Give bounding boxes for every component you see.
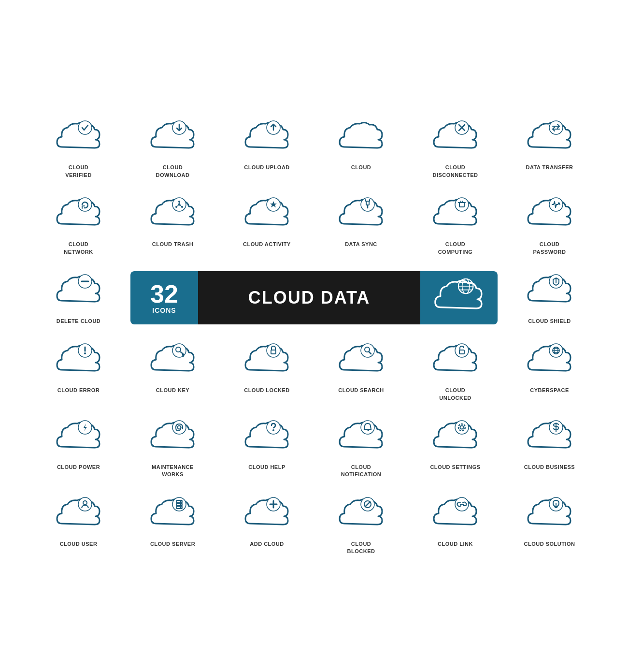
icon-label-cloud-business: CLOUD BUSINESS bbox=[524, 464, 575, 471]
icon-label-line: CLOUD bbox=[351, 541, 371, 547]
banner-icons-label: ICONS bbox=[152, 307, 176, 314]
icon-svg-wrapper bbox=[332, 117, 390, 160]
icon-svg-wrapper bbox=[521, 339, 579, 383]
icon-label-line: CLOUD bbox=[445, 387, 466, 393]
icon-label-line: VERIFIED bbox=[65, 172, 92, 178]
icon-grid: CLOUDVERIFIED CLOUDDOWNLOAD CLOUD UPLOAD… bbox=[34, 112, 594, 560]
icon-svg-wrapper bbox=[50, 270, 108, 314]
icon-svg-wrapper bbox=[521, 193, 579, 237]
icon-cell-cloud-password: CLOUDPASSWORD bbox=[505, 189, 594, 261]
icon-cell-cloud-settings: CLOUD SETTINGS bbox=[411, 411, 500, 483]
icon-svg-wrapper bbox=[50, 493, 108, 537]
svg-point-0 bbox=[78, 121, 92, 134]
icon-cell-cloud-link: CLOUD LINK bbox=[411, 488, 500, 560]
banner-title-text: CLOUD DATA bbox=[248, 288, 371, 308]
icon-svg-wrapper bbox=[50, 193, 108, 237]
icon-label-line: CLOUD BUSINESS bbox=[524, 464, 575, 470]
banner-count: 32 bbox=[150, 281, 178, 307]
svg-point-70 bbox=[361, 421, 374, 434]
icon-label-line: UNLOCKED bbox=[439, 395, 471, 401]
icon-cell-cloud-shield: CLOUD SHIELD bbox=[505, 265, 594, 330]
icon-cell-cloud-solution: CLOUD SOLUTION bbox=[505, 488, 594, 560]
icon-label-line: DOWNLOAD bbox=[156, 172, 190, 178]
icon-label-cloud-user: CLOUD USER bbox=[60, 541, 98, 548]
icon-cell-cloud-unlocked: CLOUDUNLOCKED bbox=[411, 335, 500, 407]
icon-label-line: CLOUD bbox=[540, 241, 560, 247]
icon-label-cloud-password: CLOUDPASSWORD bbox=[533, 241, 566, 256]
icon-label-cloud-shield: CLOUD SHIELD bbox=[528, 318, 571, 325]
icon-cell-cloud-trash: CLOUD TRASH bbox=[128, 189, 217, 261]
svg-point-53 bbox=[361, 344, 374, 357]
icon-label-maintenance-works: MAINTENANCEWORKS bbox=[152, 464, 194, 479]
icon-cell-add-cloud: ADD CLOUD bbox=[222, 488, 312, 560]
icon-label-line: CLOUD KEY bbox=[156, 387, 189, 393]
icon-label-line: CLOUD POWER bbox=[57, 464, 100, 470]
main-container: CLOUDVERIFIED CLOUDDOWNLOAD CLOUD UPLOAD… bbox=[24, 92, 604, 579]
icon-label-cloud-help: CLOUD HELP bbox=[248, 464, 285, 471]
icon-cell-cloud-help: CLOUD HELP bbox=[222, 411, 312, 483]
svg-point-72 bbox=[455, 421, 469, 434]
icon-label-line: CLOUD bbox=[445, 164, 466, 170]
icon-label-line: PASSWORD bbox=[533, 249, 566, 255]
icon-label-cloud-power: CLOUD POWER bbox=[57, 464, 100, 471]
icon-label-line: NETWORK bbox=[64, 249, 93, 255]
icon-svg-wrapper bbox=[238, 193, 296, 237]
icon-label-line: CLOUD bbox=[69, 241, 89, 247]
svg-point-83 bbox=[180, 501, 181, 502]
banner-cloud-globe bbox=[420, 271, 498, 324]
icon-label-line: CLOUD LOCKED bbox=[244, 387, 290, 393]
svg-point-8 bbox=[549, 121, 563, 134]
icon-svg-wrapper bbox=[50, 117, 108, 160]
icon-label-line: CLOUD ERROR bbox=[57, 387, 100, 393]
icon-svg-wrapper bbox=[427, 493, 485, 537]
icon-label-line: CLOUD SHIELD bbox=[528, 318, 571, 324]
icon-label-cloud-verified: CLOUDVERIFIED bbox=[65, 164, 92, 179]
icon-label-cloud-blocked: CLOUDBLOCKED bbox=[347, 541, 375, 555]
icon-cell-cloud-upload: CLOUD UPLOAD bbox=[222, 112, 312, 184]
icon-label-delete-cloud: DELETE CLOUD bbox=[57, 318, 101, 325]
icon-label-line: CLOUD SOLUTION bbox=[524, 541, 575, 547]
icon-cell-cloud-search: CLOUD SEARCH bbox=[316, 335, 406, 407]
icon-cell-cloud-locked: CLOUD LOCKED bbox=[222, 335, 312, 407]
icon-cell-delete-cloud: DELETE CLOUD bbox=[34, 265, 123, 330]
icon-label-line: CLOUD SERVER bbox=[150, 541, 195, 547]
icon-label-data-transfer: DATA TRANSFER bbox=[526, 164, 573, 171]
icon-label-cloud-solution: CLOUD SOLUTION bbox=[524, 541, 575, 548]
icon-cell-data-sync: DATA SYNC bbox=[316, 189, 406, 261]
banner-section: 32 ICONS CLOUD DATA bbox=[128, 265, 500, 330]
icon-label-cloud-download: CLOUDDOWNLOAD bbox=[156, 164, 190, 179]
icon-label-line: CYBERSPACE bbox=[530, 387, 569, 393]
banner-number-section: 32 ICONS bbox=[130, 271, 198, 324]
icon-label-line: CLOUD bbox=[163, 164, 183, 170]
icon-label-line: MAINTENANCE bbox=[152, 464, 194, 470]
icon-cell-cloud-error: CLOUD ERROR bbox=[34, 335, 123, 407]
icon-label-cloud-settings: CLOUD SETTINGS bbox=[430, 464, 480, 471]
icon-cell-cloud-download: CLOUDDOWNLOAD bbox=[128, 112, 217, 184]
icon-label-data-sync: DATA SYNC bbox=[345, 241, 377, 248]
icon-svg-wrapper bbox=[521, 416, 579, 460]
icon-svg-wrapper bbox=[144, 339, 202, 383]
icon-svg-wrapper bbox=[521, 493, 579, 537]
icon-cell-cloud-user: CLOUD USER bbox=[34, 488, 123, 560]
icon-cell-cloud-key: CLOUD KEY bbox=[128, 335, 217, 407]
icon-label-line: CLOUD ACTIVITY bbox=[243, 241, 291, 247]
icon-cell-cloud-blocked: CLOUDBLOCKED bbox=[316, 488, 406, 560]
icon-label-line: CLOUD bbox=[351, 164, 371, 170]
icon-label-line: DATA TRANSFER bbox=[526, 164, 573, 170]
icon-label-cloud-computing: CLOUDCOMPUTING bbox=[438, 241, 473, 256]
icon-label-cloud: CLOUD bbox=[351, 164, 371, 171]
icon-label-cloud-server: CLOUD SERVER bbox=[150, 541, 195, 548]
icon-label-line: DATA SYNC bbox=[345, 241, 377, 247]
svg-point-45 bbox=[84, 352, 86, 354]
icon-label-line: DELETE CLOUD bbox=[57, 318, 101, 324]
icon-svg-wrapper bbox=[427, 416, 485, 460]
icon-svg-wrapper bbox=[144, 493, 202, 537]
icon-cell-cloud-verified: CLOUDVERIFIED bbox=[34, 112, 123, 184]
svg-point-69 bbox=[272, 429, 274, 431]
svg-point-11 bbox=[78, 198, 92, 211]
icon-cell-cloud-activity: CLOUD ACTIVITY bbox=[222, 189, 312, 261]
icon-cell-cloud-disconnected: CLOUDDISCONNECTED bbox=[411, 112, 500, 184]
icon-svg-wrapper bbox=[427, 339, 485, 383]
icon-svg-wrapper bbox=[144, 193, 202, 237]
icon-label-line: CLOUD UPLOAD bbox=[244, 164, 290, 170]
